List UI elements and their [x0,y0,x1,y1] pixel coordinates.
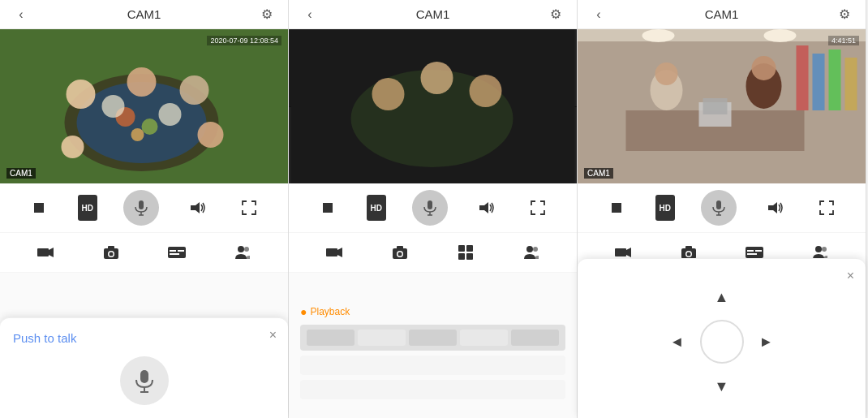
settings-button-1[interactable]: ⚙ [257,5,277,24]
svg-point-9 [142,119,158,135]
timestamp-3: 4:41:51 [828,36,859,45]
mic-button-3[interactable] [701,190,737,226]
panel-1-title: CAM1 [127,7,161,21]
svg-rect-85 [747,253,757,255]
timestamp-1: 2020-07-09 12:08:54 [207,36,281,45]
close-button-3[interactable]: × [847,269,854,283]
panel-2-title: CAM1 [416,7,450,21]
panel-2-header: ‹ CAM1 ⚙ [289,0,577,29]
ptz-down-button[interactable]: ▼ [698,366,746,407]
panel-3: ‹ CAM1 ⚙ [578,0,866,418]
svg-point-6 [198,122,224,148]
panel-2-controls-row1: HD [289,183,577,233]
stop-button-2[interactable] [315,195,341,221]
svg-point-5 [180,75,209,105]
settings-button-2[interactable]: ⚙ [546,5,565,24]
svg-rect-51 [458,253,465,260]
svg-point-80 [687,252,691,256]
svg-point-86 [815,246,822,252]
panel-1-header: ‹ CAM1 ⚙ [0,0,288,29]
svg-point-47 [398,252,402,256]
subtitle-button-1[interactable] [164,239,190,265]
back-button-1[interactable]: ‹ [11,5,31,24]
snapshot-button-2[interactable] [387,239,413,265]
mic-button-2[interactable] [412,190,448,226]
panel-1-controls-row1: HD [0,183,288,233]
fullscreen-button-1[interactable] [236,195,262,221]
ptz-left-button[interactable]: ◄ [657,317,698,366]
fullscreen-button-3[interactable] [814,195,840,221]
ptz-right-button[interactable]: ► [746,317,787,366]
ptz-popup: × ▲ ◄ ► ▼ [578,258,866,418]
svg-point-10 [131,128,144,141]
svg-marker-42 [479,202,488,213]
playback-label: ● Playback [300,305,565,318]
svg-point-70 [764,29,797,42]
stop-button-1[interactable] [26,195,52,221]
cam-label-1: CAM1 [6,168,36,179]
svg-point-54 [533,247,538,252]
push-to-talk-label: Push to talk [13,331,275,345]
back-button-2[interactable]: ‹ [300,5,320,24]
panel-2-video: + + + [289,29,577,183]
record-button-2[interactable] [321,239,347,265]
panel-1-content: × Push to talk [0,273,288,418]
family-scene: 2020-07-09 12:08:54 CAM1 [0,29,288,183]
pb-seg-5 [511,330,559,346]
svg-rect-82 [746,247,763,258]
multi-cell-1[interactable] [289,29,432,106]
panel-1: ‹ CAM1 ⚙ [0,0,289,418]
svg-rect-13 [34,203,44,213]
svg-rect-76 [615,248,626,256]
svg-point-53 [526,246,533,252]
panel-3-content: × ▲ ◄ ► ▼ [578,273,866,418]
svg-rect-59 [703,98,728,114]
svg-rect-83 [747,250,754,252]
close-button-1[interactable]: × [269,328,277,343]
volume-button-1[interactable] [184,195,210,221]
ptz-grid: ▲ ◄ ► ▼ [657,277,787,407]
svg-point-12 [159,103,182,126]
settings-button-3[interactable]: ⚙ [835,5,854,24]
svg-point-4 [127,67,157,97]
svg-rect-43 [326,248,337,256]
svg-rect-25 [170,250,176,252]
svg-point-36 [421,62,453,94]
svg-rect-67 [845,58,857,110]
svg-rect-24 [168,247,186,258]
svg-point-35 [372,78,405,110]
hd-button-2[interactable]: HD [367,195,386,221]
svg-point-22 [110,252,114,256]
svg-point-37 [470,75,502,107]
snapshot-button-1[interactable] [98,239,124,265]
store-scene: 4:41:51 CAM1 [578,29,866,183]
playback-bar[interactable] [300,325,565,351]
push-to-talk-button[interactable] [120,356,169,405]
users-button-1[interactable] [230,239,256,265]
ptz-up-button[interactable]: ▲ [698,277,746,317]
hd-button-1[interactable]: HD [78,195,97,221]
svg-point-87 [822,247,827,252]
volume-button-3[interactable] [762,195,788,221]
pb-seg-2 [358,330,406,346]
playback-dot-icon: ● [300,305,307,318]
hd-button-3[interactable]: HD [655,195,675,221]
ptz-controls: ▲ ◄ ► ▼ [594,277,849,407]
volume-button-2[interactable] [473,195,499,221]
svg-rect-68 [578,29,866,41]
fullscreen-button-2[interactable] [525,195,551,221]
users-button-2[interactable] [518,239,544,265]
playback-popup: ● Playback [289,297,577,407]
push-to-talk-popup: × Push to talk [0,317,288,418]
panel-2: ‹ CAM1 ⚙ + + [289,0,578,418]
svg-marker-75 [768,202,777,213]
pb-seg-4 [460,330,508,346]
mic-button-1[interactable] [123,190,159,226]
svg-point-3 [67,80,96,109]
grid-button-2[interactable] [453,239,479,265]
stop-button-3[interactable] [604,195,630,221]
svg-marker-77 [626,248,631,257]
back-button-3[interactable]: ‹ [589,5,608,24]
svg-rect-38 [323,203,333,213]
record-button-1[interactable] [32,239,58,265]
